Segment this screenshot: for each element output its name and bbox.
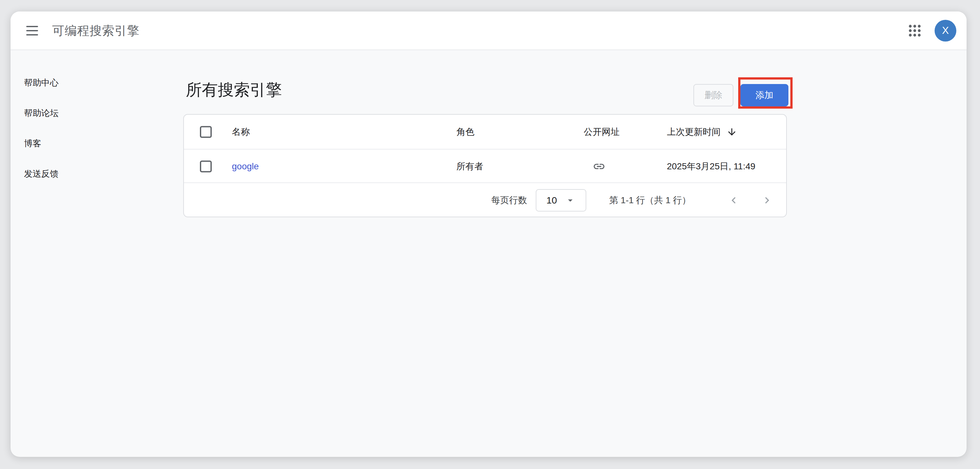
app-bar: 可编程搜索引擎 X bbox=[11, 11, 967, 50]
page-title: 所有搜索引擎 bbox=[186, 80, 282, 100]
rows-per-page-select[interactable]: 10 bbox=[536, 189, 586, 211]
hamburger-menu-icon[interactable] bbox=[26, 26, 38, 35]
chevron-right-icon bbox=[760, 194, 773, 207]
engine-name-link[interactable]: google bbox=[232, 162, 259, 171]
app-window: 可编程搜索引擎 X 帮助中心 帮助论坛 博客 发送反馈 所有搜索引擎 删除 添加 bbox=[11, 11, 967, 457]
chevron-left-icon bbox=[727, 194, 740, 207]
avatar-letter: X bbox=[942, 25, 949, 36]
link-icon[interactable] bbox=[593, 160, 606, 173]
rows-per-page-value: 10 bbox=[546, 195, 557, 206]
engine-last-updated: 2025年3月25日, 11:49 bbox=[667, 160, 756, 173]
sidebar-item-send-feedback[interactable]: 发送反馈 bbox=[24, 168, 59, 179]
previous-page-button[interactable] bbox=[727, 194, 740, 207]
sidebar-item-help-forum[interactable]: 帮助论坛 bbox=[24, 108, 59, 119]
table-pagination: 每页行数 10 第 1-1 行（共 1 行） bbox=[184, 184, 786, 217]
rows-per-page-label: 每页行数 bbox=[491, 194, 527, 206]
row-checkbox[interactable] bbox=[200, 160, 212, 172]
column-header-last-updated[interactable]: 上次更新时间 bbox=[667, 126, 737, 138]
table-row: google 所有者 2025年3月25日, 11:49 bbox=[184, 150, 786, 183]
column-header-last-updated-label: 上次更新时间 bbox=[667, 126, 721, 138]
column-header-name: 名称 bbox=[232, 126, 250, 138]
apps-grid-icon[interactable] bbox=[909, 25, 921, 37]
search-engines-table: 名称 角色 公开网址 上次更新时间 google 所有者 2025年 bbox=[183, 114, 787, 217]
sort-descending-arrow-icon bbox=[726, 127, 737, 137]
column-header-role: 角色 bbox=[457, 126, 474, 138]
next-page-button[interactable] bbox=[760, 194, 773, 207]
dropdown-caret-icon bbox=[565, 195, 576, 206]
delete-button[interactable]: 删除 bbox=[694, 84, 733, 106]
table-header-row: 名称 角色 公开网址 上次更新时间 bbox=[184, 115, 786, 149]
app-title: 可编程搜索引擎 bbox=[52, 22, 140, 39]
avatar[interactable]: X bbox=[935, 20, 956, 41]
pagination-range-label: 第 1-1 行（共 1 行） bbox=[609, 194, 691, 206]
column-header-public-url: 公开网址 bbox=[584, 126, 619, 138]
sidebar-item-help-center[interactable]: 帮助中心 bbox=[24, 77, 59, 88]
select-all-checkbox[interactable] bbox=[200, 126, 212, 138]
add-button[interactable]: 添加 bbox=[740, 84, 788, 106]
sidebar: 帮助中心 帮助论坛 博客 发送反馈 bbox=[11, 50, 170, 457]
engine-role: 所有者 bbox=[457, 160, 483, 173]
sidebar-item-blog[interactable]: 博客 bbox=[24, 138, 41, 149]
